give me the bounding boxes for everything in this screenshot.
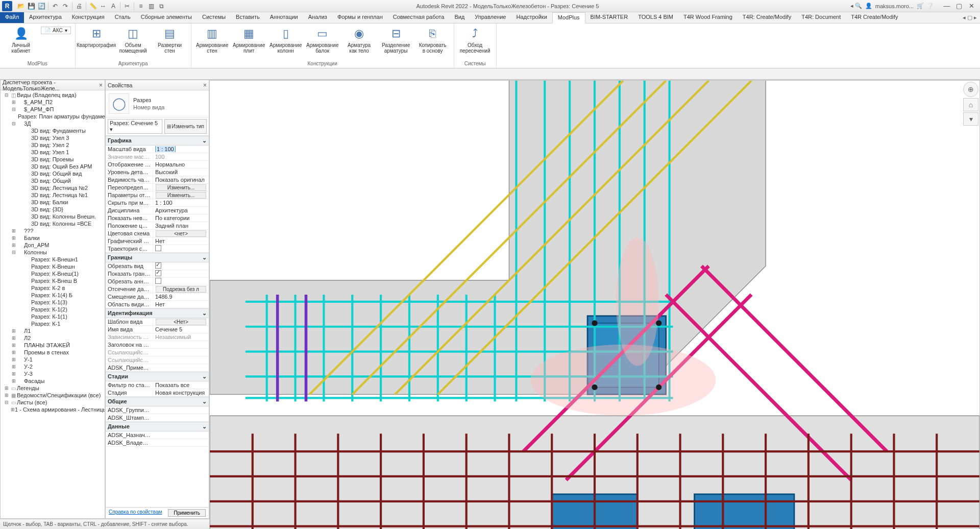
- save-icon[interactable]: 💾: [27, 2, 36, 11]
- prop-row[interactable]: Графический сти...Нет: [106, 237, 209, 245]
- tree-node[interactable]: ⊟▭Листы (все): [2, 399, 104, 406]
- prop-row[interactable]: Отображение мо...Нормально: [106, 161, 209, 169]
- prop-row[interactable]: Зависимость уро...Независимый: [106, 333, 209, 341]
- tree-node[interactable]: ⊟◫Виды (Владелец вида): [2, 91, 104, 99]
- copy-to-host-button[interactable]: ⎘Копироватьв основу: [416, 25, 450, 54]
- prop-row[interactable]: Скрыть при мас...1 : 100: [106, 199, 209, 207]
- ribbon-tab[interactable]: Совместная работа: [388, 12, 450, 23]
- tree-node[interactable]: ⊞Балки: [2, 234, 104, 242]
- prop-row[interactable]: Положение цвет...Задний план: [106, 222, 209, 230]
- wall-rebar-button[interactable]: ▥Армированиестен: [195, 25, 229, 54]
- minimize-icon[interactable]: —: [941, 2, 952, 11]
- ribbon-tab[interactable]: Анализ: [303, 12, 332, 23]
- prop-row[interactable]: Обрезать вид: [106, 262, 209, 270]
- tree-node[interactable]: ⊞Проемы в стенах: [2, 349, 104, 356]
- ribbon-tab[interactable]: Аннотации: [265, 12, 303, 23]
- prop-row[interactable]: Показать границ...: [106, 270, 209, 278]
- tree-node[interactable]: ⊞ПЛАНЫ ЭТАЖЕЙ: [2, 342, 104, 349]
- prop-row[interactable]: Обрезать аннота...: [106, 278, 209, 285]
- ribbon-tab[interactable]: Системы: [197, 12, 231, 23]
- slab-rebar-button[interactable]: ▦Армированиеплит: [232, 25, 266, 54]
- personal-cabinet-button[interactable]: 👤Личныйкабинет: [4, 25, 38, 54]
- tree-node[interactable]: 3D вид: Фундаменты: [2, 127, 104, 134]
- split-rebar-button[interactable]: ⊟Разделениеарматуры: [379, 25, 413, 54]
- ribbon-tab[interactable]: TOOLS 4 BIM: [633, 12, 678, 23]
- drawing-canvas[interactable]: ⊕ ⌂ ▾: [209, 80, 980, 529]
- type-selector[interactable]: Разрез: Сечение 5 ▾: [108, 119, 162, 134]
- tree-node[interactable]: 3D вид: Узел 1: [2, 149, 104, 156]
- ribbon-tab[interactable]: Вид: [449, 12, 470, 23]
- room-volume-button[interactable]: ◫Объемпомещений: [116, 25, 150, 54]
- tree-node[interactable]: Разрез: К-1(1): [2, 313, 104, 320]
- tree-node[interactable]: ⊞У-2: [2, 363, 104, 370]
- prop-row[interactable]: Переопределени...Изменить...: [106, 184, 209, 191]
- ribbon-tab[interactable]: T4R Wood Framing: [678, 12, 738, 23]
- tree-node[interactable]: 3D вид: Узел 3: [2, 134, 104, 141]
- tree-node[interactable]: ⊞Л1: [2, 327, 104, 334]
- redo-icon[interactable]: ↷: [61, 2, 70, 11]
- print-icon[interactable]: 🖨: [75, 2, 84, 11]
- tree-node[interactable]: 3D вид: Балки: [2, 199, 104, 206]
- maximize-icon[interactable]: ▢: [953, 2, 965, 11]
- close-inactive-icon[interactable]: ▥: [146, 2, 156, 11]
- tree-node[interactable]: Разрез: К-1(3): [2, 299, 104, 306]
- nav-wheel-icon[interactable]: ⊕: [963, 82, 978, 97]
- prop-row[interactable]: ADSK_Владелец в...: [106, 439, 209, 447]
- close-window-icon[interactable]: ✕: [966, 2, 977, 11]
- edit-type-button[interactable]: ⊞Изменить тип: [164, 119, 207, 134]
- tree-node[interactable]: Разрез: К-1(2): [2, 306, 104, 313]
- prop-row[interactable]: Значение масшт...100: [106, 153, 209, 161]
- help-icon[interactable]: ❔: [927, 3, 934, 9]
- prop-row[interactable]: ADSK_Штамп_Раз...: [106, 414, 209, 422]
- prop-row[interactable]: Масштаб вида1 : 100: [106, 146, 209, 153]
- prop-row[interactable]: Имя видаСечение 5: [106, 326, 209, 333]
- tree-node[interactable]: ⊞$_АРМ_П2: [2, 99, 104, 106]
- close-icon[interactable]: ×: [203, 82, 207, 89]
- prop-row[interactable]: ADSK_Назначени...: [106, 431, 209, 439]
- tree-node[interactable]: 3D вид: Колонны =ВСЕ: [2, 220, 104, 227]
- tree-node[interactable]: ⊞У-1: [2, 356, 104, 363]
- browser-tree[interactable]: ⊟◫Виды (Владелец вида)⊞$_АРМ_П2⊟$_АРМ_ФП…: [1, 90, 105, 518]
- tree-node[interactable]: 3D вид: {3D}: [2, 206, 104, 213]
- switch-win-icon[interactable]: ⧉: [157, 2, 166, 11]
- tree-node[interactable]: Разрез: К-Внеш(1): [2, 270, 104, 277]
- tree-node[interactable]: Разрез: К-1(4) Б: [2, 292, 104, 299]
- user-name[interactable]: maksus.moro...: [875, 3, 914, 9]
- tree-node[interactable]: Разрез: План арматуры фундаме: [2, 113, 104, 120]
- tree-node[interactable]: 3D вид: Общий: [2, 177, 104, 184]
- prop-row[interactable]: Траектория солнца: [106, 245, 209, 253]
- wall-unfold-button[interactable]: ▤Разверткистен: [153, 25, 187, 54]
- prop-row[interactable]: Цветовая схема<нет>: [106, 230, 209, 237]
- tree-node[interactable]: Разрез: К-Внеш В: [2, 277, 104, 284]
- tree-node[interactable]: ⊞1 - Схема армирования - Лестницы: [2, 406, 104, 413]
- prop-row[interactable]: Ссылающийся л...: [106, 349, 209, 356]
- prop-group-header[interactable]: Стадии⌄: [106, 372, 209, 381]
- tree-node[interactable]: 3D вид: Узел 2: [2, 141, 104, 149]
- thin-lines-icon[interactable]: ≡: [136, 2, 145, 11]
- ribbon-tab[interactable]: Управление: [470, 12, 511, 23]
- prop-row[interactable]: Параметры отоб...Изменить...: [106, 191, 209, 199]
- undo-icon[interactable]: ↶: [51, 2, 60, 11]
- prop-row[interactable]: ADSK_Примечан...: [106, 364, 209, 372]
- prop-group-header[interactable]: Границы⌄: [106, 253, 209, 262]
- ribbon-tab[interactable]: Надстройки: [511, 12, 552, 23]
- tree-node[interactable]: Разрез: К-2 в: [2, 284, 104, 292]
- measure-icon[interactable]: 📏: [88, 2, 97, 11]
- tree-node[interactable]: ⊞Доп_АРМ: [2, 242, 104, 249]
- search-icon[interactable]: ◂ 🔍: [850, 3, 862, 9]
- prop-group-header[interactable]: Общие⌄: [106, 397, 209, 406]
- tree-node[interactable]: Разрез: К-Внешн1: [2, 256, 104, 263]
- tree-node[interactable]: ⊞???: [2, 227, 104, 234]
- tree-node[interactable]: ⊞Л2: [2, 334, 104, 342]
- prop-row[interactable]: Видимость частейПоказать оригинал: [106, 176, 209, 184]
- prop-group-header[interactable]: Идентификация⌄: [106, 308, 209, 318]
- file-tab[interactable]: Файл: [0, 12, 24, 23]
- props-help-link[interactable]: Справка по свойствам: [109, 509, 162, 517]
- prop-group-header[interactable]: Графика⌄: [106, 136, 209, 146]
- properties-list[interactable]: Графика⌄Масштаб вида1 : 100Значение масш…: [106, 136, 209, 507]
- aks-dropdown[interactable]: 📄АКС ▾: [41, 27, 71, 34]
- prop-group-header[interactable]: Данные⌄: [106, 422, 209, 431]
- tree-node[interactable]: 3D вид: Лестница №1: [2, 191, 104, 199]
- tree-node[interactable]: ⊞▭Легенды: [2, 384, 104, 392]
- prop-row[interactable]: Уровень детализ...Высокий: [106, 169, 209, 176]
